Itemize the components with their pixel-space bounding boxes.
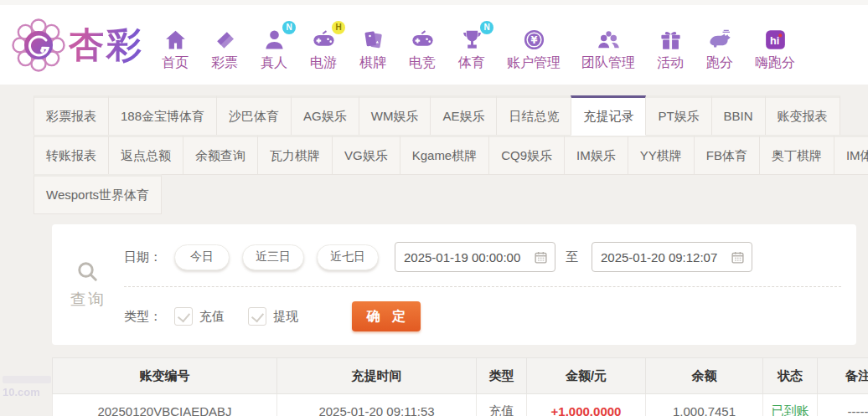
nav-item-嗨跑分[interactable]: hi嗨跑分 (755, 27, 795, 72)
tab-沙巴体育[interactable]: 沙巴体育 (216, 95, 292, 136)
column-header-类型: 类型 (477, 358, 527, 394)
tab-日结总览[interactable]: 日结总览 (496, 95, 571, 136)
table-header-row: 账变编号充提时间类型金额/元余额状态备注 (53, 358, 868, 394)
date-to-value: 2025-01-20 09:12:07 (601, 250, 717, 264)
nav-item-电竞[interactable]: 电竞 (408, 27, 437, 72)
nav-item-label: 嗨跑分 (755, 54, 795, 72)
search-label: 查询 (70, 289, 106, 311)
tab-返点总额[interactable]: 返点总额 (108, 135, 183, 175)
tab-AE娱乐[interactable]: AE娱乐 (430, 95, 497, 136)
trophy-icon: N (457, 27, 486, 52)
filter-panel: 查询 日期： 今日近三日近七日 2025-01-19 00:00:00 至 20… (52, 224, 856, 345)
date-label: 日期： (124, 249, 162, 265)
tab-VG娱乐[interactable]: VG娱乐 (332, 135, 400, 175)
svg-text:¥: ¥ (530, 33, 537, 45)
esports-gamepad-icon (408, 27, 437, 52)
column-header-金额/元: 金额/元 (527, 358, 646, 394)
checkbox-icon[interactable] (248, 307, 266, 326)
nav-item-label: 活动 (657, 54, 684, 72)
tab-WM娱乐[interactable]: WM娱乐 (359, 95, 431, 136)
tab-AG娱乐[interactable]: AG娱乐 (291, 95, 359, 136)
nav-item-体育[interactable]: N体育 (457, 27, 486, 72)
column-header-状态: 状态 (763, 358, 818, 394)
tab-充提记录[interactable]: 充提记录 (571, 95, 646, 136)
range-button-今日[interactable]: 今日 (174, 244, 230, 270)
nav-item-跑分[interactable]: 跑分 (705, 27, 734, 72)
gamepad-icon: H (309, 27, 338, 52)
nav-item-label: 首页 (162, 54, 189, 72)
nav-item-账户管理[interactable]: ¥账户管理 (507, 27, 561, 72)
type-option-提现[interactable]: 提现 (248, 307, 298, 326)
tab-Wesports世界体育[interactable]: Wesports世界体育 (34, 174, 162, 214)
cell-amount: +1,000.0000 (527, 394, 646, 416)
tab-奥丁棋牌[interactable]: 奥丁棋牌 (759, 135, 834, 175)
range-button-近三日[interactable]: 近三日 (242, 244, 304, 270)
nav-item-棋牌[interactable]: 棋牌 (359, 27, 387, 72)
type-option-充值[interactable]: 充值 (174, 307, 225, 326)
hi-app-icon: hi (761, 27, 789, 52)
records-table-wrap: 账变编号充提时间类型金额/元余额状态备注 20250120VBCIAEDABJ2… (52, 357, 868, 416)
tab-瓦力棋牌[interactable]: 瓦力棋牌 (257, 135, 333, 175)
column-header-账变编号: 账变编号 (53, 358, 277, 394)
calendar-icon[interactable] (534, 250, 548, 264)
type-filter-row: 类型： 充值提现 确 定 (124, 287, 841, 331)
date-from-input[interactable]: 2025-01-19 00:00:00 (395, 242, 555, 272)
nav-item-电游[interactable]: H电游 (309, 27, 338, 72)
home-icon (161, 27, 189, 52)
team-icon (594, 27, 623, 52)
range-button-近七日[interactable]: 近七日 (317, 244, 379, 270)
tab-FB体育[interactable]: FB体育 (694, 135, 760, 175)
rhino-icon (705, 27, 734, 52)
nav-badge: H (332, 21, 345, 34)
tab-BBIN[interactable]: BBIN (711, 95, 766, 136)
tab-CQ9娱乐[interactable]: CQ9娱乐 (488, 135, 565, 175)
gift-icon (656, 27, 685, 52)
search-query-button[interactable]: 查询 (52, 238, 124, 331)
tab-YY棋牌[interactable]: YY棋牌 (628, 135, 695, 175)
cell-status: 已到账 (763, 394, 818, 416)
tab-PT娱乐[interactable]: PT娱乐 (645, 95, 711, 136)
column-header-备注: 备注 (818, 358, 868, 394)
column-header-余额: 余额 (646, 358, 763, 394)
brand-emblem-icon (12, 18, 65, 72)
site-watermark: 10.com (3, 373, 51, 398)
nav-item-label: 棋牌 (359, 54, 386, 72)
date-filter-row: 日期： 今日近三日近七日 2025-01-19 00:00:00 至 2025-… (124, 238, 841, 287)
checkbox-icon[interactable] (174, 307, 193, 326)
tab-余额查询[interactable]: 余额查询 (183, 135, 258, 175)
tab-IM体育[interactable]: IM体育 (834, 135, 868, 175)
nav-item-label: 彩票 (211, 54, 238, 72)
lottery-tickets-icon (210, 27, 239, 52)
confirm-button[interactable]: 确 定 (352, 301, 421, 331)
nav-item-团队管理[interactable]: 团队管理 (581, 27, 635, 72)
calendar-icon[interactable] (731, 250, 745, 264)
watermark-text: 10.com (3, 386, 40, 398)
tab-188金宝博体育[interactable]: 188金宝博体育 (108, 95, 217, 136)
date-to-input[interactable]: 2025-01-20 09:12:07 (592, 242, 752, 272)
tabs: 彩票报表188金宝博体育沙巴体育AG娱乐WM娱乐AE娱乐日结总览充提记录PT娱乐… (0, 85, 868, 214)
top-nav: 首页彩票N真人H电游棋牌电竞N体育¥账户管理团队管理活动跑分hi嗨跑分 (161, 27, 795, 72)
nav-item-真人[interactable]: N真人 (260, 27, 288, 72)
tab-IM娱乐[interactable]: IM娱乐 (564, 135, 628, 175)
yuan-coin-icon: ¥ (519, 27, 548, 52)
nav-badge: N (480, 21, 493, 34)
type-options: 充值提现 (174, 307, 322, 326)
nav-item-活动[interactable]: 活动 (656, 27, 685, 72)
live-person-icon: N (260, 27, 288, 52)
checkbox-label: 充值 (199, 309, 225, 325)
brand-name: 杏彩 (69, 22, 144, 69)
tab-Kgame棋牌[interactable]: Kgame棋牌 (400, 135, 490, 175)
checkbox-label: 提现 (273, 309, 298, 325)
nav-badge: N (282, 21, 296, 34)
cell-time: 2025-01-20 09:11:53 (277, 394, 477, 416)
tab-彩票报表[interactable]: 彩票报表 (34, 95, 109, 136)
tab-row: 转账报表返点总额余额查询瓦力棋牌VG娱乐Kgame棋牌CQ9娱乐IM娱乐YY棋牌… (34, 135, 868, 175)
cell-type: 充值 (477, 394, 527, 416)
tab-转账报表[interactable]: 转账报表 (34, 135, 109, 175)
tab-账变报表[interactable]: 账变报表 (765, 95, 840, 136)
top-header: 杏彩 首页彩票N真人H电游棋牌电竞N体育¥账户管理团队管理活动跑分hi嗨跑分 (0, 0, 868, 85)
nav-item-彩票[interactable]: 彩票 (210, 27, 239, 72)
brand-logo[interactable]: 杏彩 (12, 18, 144, 72)
nav-item-首页[interactable]: 首页 (161, 27, 189, 72)
nav-item-label: 跑分 (706, 54, 733, 72)
